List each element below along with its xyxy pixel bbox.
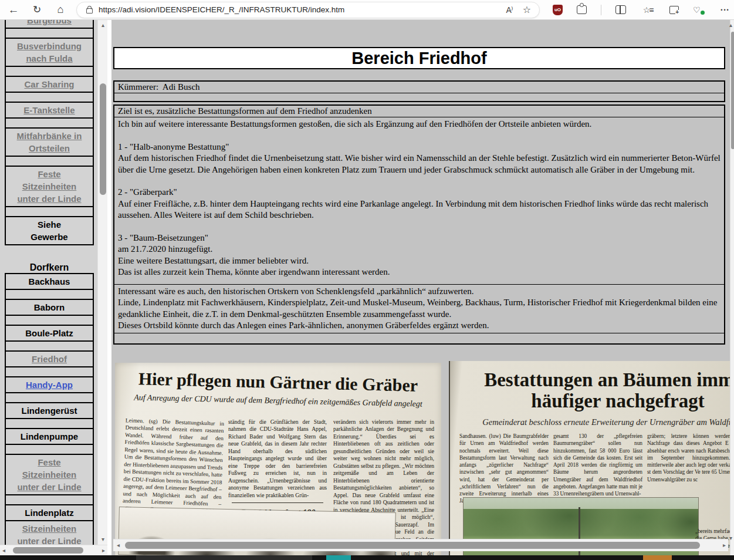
text-line: Das ist alles zurzeit kein Thema, könnte… [118, 266, 721, 278]
sidebar-item-backhaus: Backhaus [5, 273, 94, 290]
text-line: am 21.7.2020 hinzugefügt. [118, 244, 721, 255]
sidebar-item-lindenplatz: Lindenplatz [5, 504, 94, 521]
taskbar-segment-orange [643, 555, 672, 560]
sidebar-item-lindengerüst: Lindengerüst [5, 402, 94, 419]
kummerer-empty-row [114, 93, 724, 101]
scroll-up-icon[interactable]: ▴ [98, 22, 107, 28]
newspaper-left-col2-top: ständig für die Grünflächen der Stadt, n… [228, 419, 327, 498]
scroll-down-icon[interactable]: ▾ [729, 535, 732, 541]
read-aloud-icon[interactable] [500, 4, 518, 16]
text-line: Auf einer Freifläche, z.B. hinter dem Ha… [118, 198, 721, 221]
text-line [118, 176, 721, 187]
newspaper-left-headline: Hier pflegen nun Gärtner die Gräber [115, 368, 441, 396]
text-line: 1 - "Halb-anonyme Bestattung" [118, 141, 721, 153]
newspaper-right-col3: gräbern; letztere können werden. Die Nac… [647, 433, 730, 483]
home-icon[interactable] [53, 2, 68, 18]
frame-divider [107, 20, 111, 555]
newspaper-right-col2: gesamt 130 der „pflegefreien Baumurnengr… [553, 433, 642, 497]
scroll-right-icon[interactable]: ▸ [723, 542, 726, 548]
page-title: Bereich Friedhof [113, 47, 725, 69]
text-line: 3 - "Baum-Beisetzungen" [118, 232, 721, 244]
taskbar-segment-teal [326, 555, 351, 560]
main-horizontal-scrollbar[interactable]: ◂ ▸ [113, 539, 728, 551]
sidebar-item-mitfahrbänke-in-ortsteilen[interactable]: Mitfahrbänke in Ortsteilen [5, 127, 94, 157]
sidebar-horizontal-scrollbar[interactable]: ◂ ▸ [0, 545, 107, 555]
newspaper-right-headline: Bestattungen an Bäumen immer häufiger na… [454, 369, 730, 412]
taskbar-segment [136, 555, 312, 560]
newspaper-clipping-left: Hier pflegen nun Gärtner die Gräber Auf … [115, 363, 441, 555]
sidebar-hscroll-thumb[interactable] [13, 547, 83, 554]
text-line: Eine weitere Bestattungsart, die immer b… [118, 255, 721, 267]
browser-essentials-icon[interactable] [693, 5, 703, 15]
text-line: 2 - "Gräberpark" [118, 187, 721, 198]
scroll-up-icon[interactable]: ▴ [729, 22, 732, 28]
kummerer-label: Kümmerer: Adi Busch [114, 82, 724, 93]
note-row: Interessant wäre es auch, den historisch… [114, 285, 724, 333]
scroll-left-icon[interactable]: ◂ [2, 548, 5, 554]
newspaper-left-subhead: Auf Anregung der CDU wurde auf dem Bergf… [115, 393, 441, 410]
goal-row: Ziel ist es, zusätzliche Bestattungsform… [114, 106, 724, 117]
main-vertical-scrollbar[interactable]: ▴ ▾ [730, 20, 734, 555]
favorites-list-icon[interactable] [640, 2, 655, 18]
scroll-left-icon[interactable]: ◂ [117, 542, 120, 548]
sidebar-frame: BürgerbusBusverbindung nach FuldaCar Sha… [0, 20, 107, 555]
favorite-star-icon[interactable] [518, 4, 536, 16]
toolbar-extensions-area: uO [553, 2, 734, 18]
toolbar-divider [601, 5, 601, 15]
sidebar-item-baborn: Baborn [5, 299, 94, 316]
lock-icon [86, 8, 93, 14]
url-text[interactable]: https://adi.vision/IDEENSPEICHER/_R_/INF… [99, 5, 500, 14]
ublock-extension-icon[interactable]: uO [553, 5, 563, 15]
sidebar-item-dorfkern: Dorfkern [5, 261, 94, 274]
sidebar-item-lindenpumpe: Lindenpumpe [5, 428, 94, 445]
browser-toolbar: https://adi.vision/IDEENSPEICHER/_R_/INF… [0, 0, 734, 20]
more-menu-icon[interactable] [718, 2, 733, 18]
sidebar-item-feste-sitzeinheiten-unter-der-linde[interactable]: Feste Sitzeinheiten unter der Linde [5, 454, 94, 495]
main-frame: Bereich Friedhof Kümmerer: Adi Busch Zie… [111, 20, 730, 555]
main-hscroll-thumb[interactable] [125, 542, 700, 549]
scroll-right-icon[interactable]: ▸ [102, 548, 105, 554]
collections-icon[interactable] [669, 6, 679, 14]
sidebar-item-handy-app[interactable]: Handy-App [5, 376, 94, 393]
body-row: Ich bin auf weitere interessante Bestatt… [114, 117, 724, 285]
sidebar-vertical-scrollbar[interactable]: ▴ ▾ [97, 20, 107, 545]
text-line: Ich bin auf weitere interessante Bestatt… [118, 119, 721, 130]
content-table: Ziel ist es, zusätzliche Bestattungsform… [113, 104, 725, 345]
text-line: Interessant wäre es auch, den historisch… [118, 286, 721, 298]
sidebar-item-siehe-gewerbe: Siehe Gewerbe [5, 216, 94, 245]
sidebar-item-friedhof[interactable]: Friedhof [5, 350, 94, 367]
taskbar-strip [0, 555, 734, 560]
kummerer-box: Kümmerer: Adi Busch [113, 80, 725, 102]
empty-row [114, 333, 724, 343]
newspaper-right-col1: Sandhausen. (luw) Die Baumgrabfelder für… [459, 433, 549, 505]
sidebar-vscroll-thumb[interactable] [100, 83, 106, 195]
newspaper-right-subhead: Gemeinderat beschloss erneute Erweiterun… [454, 417, 730, 427]
newspaper-clipping-right: Bestattungen an Bäumen immer häufiger na… [449, 361, 730, 555]
sidebar-item-busverbindung-nach-fulda[interactable]: Busverbindung nach Fulda [5, 38, 94, 67]
reload-icon[interactable] [29, 2, 45, 18]
extensions-puzzle-icon[interactable] [577, 5, 587, 14]
sidebar-item-car-sharing[interactable]: Car Sharing [5, 76, 94, 93]
back-icon[interactable] [6, 2, 21, 18]
sidebar-item-e-tankstelle[interactable]: E-Tankstelle [5, 102, 94, 119]
text-line: Dieses Ortsbild könnte durch das Anlegen… [118, 320, 721, 332]
sidebar-item-boule-platz: Boule-Platz [5, 325, 94, 342]
text-line: Auf dem historischen Friedhof findet die… [118, 153, 721, 176]
scroll-down-icon[interactable]: ▾ [98, 537, 107, 542]
split-screen-icon[interactable] [615, 5, 626, 14]
sidebar-list: BürgerbusBusverbindung nach FuldaCar Sha… [5, 20, 94, 545]
text-line: Linde, Lindenplatz mit Fachwerkhäusern, … [118, 297, 721, 320]
sidebar-item-feste-sitzeinheiten-unter-der-linde[interactable]: Feste Sitzeinheiten unter der Linde [5, 166, 94, 207]
address-bar[interactable]: https://adi.vision/IDEENSPEICHER/_R_/INF… [76, 2, 540, 18]
main-vscroll-thumb[interactable] [731, 32, 734, 149]
sidebar-item-sitzeinheiten-unter-der-linde[interactable]: Sitzeinheiten unter der Linde [5, 520, 94, 545]
text-line [118, 130, 721, 141]
text-line [118, 221, 721, 232]
sidebar-gap [5, 245, 94, 261]
